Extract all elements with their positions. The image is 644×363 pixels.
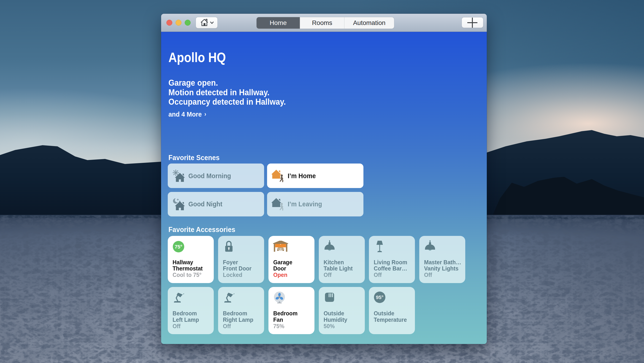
svg-text:95°: 95° xyxy=(376,294,384,300)
svg-text:75°: 75° xyxy=(174,244,182,250)
